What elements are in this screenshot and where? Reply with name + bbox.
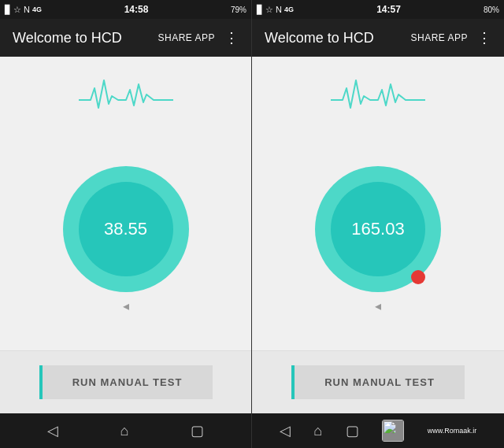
nfc-icon-1: N: [24, 5, 30, 14]
status-icons-left-1: ▊ ☆ N 4G: [5, 5, 42, 15]
recent-button-2[interactable]: ▢: [346, 422, 359, 439]
toolbar-2: Welcome to HCD SHARE APP ⋮: [252, 19, 504, 57]
more-menu-icon-1[interactable]: ⋮: [224, 29, 239, 46]
ecg-svg-2: [331, 72, 425, 116]
romaak-text: www.Romaak.ir: [428, 427, 477, 435]
content-2: 165.03 ◂ RUN MANUAL TEST: [252, 57, 504, 413]
battery-icon-2: 80%: [484, 6, 499, 14]
waveform-2: [252, 66, 504, 121]
waveform-1: [0, 66, 251, 121]
status-icons-right-2: 80%: [484, 6, 499, 14]
recent-button-1[interactable]: ▢: [191, 422, 204, 439]
share-app-button-1[interactable]: SHARE APP: [158, 32, 215, 43]
gauge-outer-1: 38.55: [63, 166, 189, 292]
scroll-down-icon-2: ◂: [375, 298, 381, 313]
gauge-outer-2: 165.03: [315, 166, 441, 292]
status-time-2: 14:57: [376, 4, 401, 15]
status-time-1: 14:58: [124, 4, 149, 15]
back-button-2[interactable]: ◁: [280, 422, 291, 439]
gauge-value-2: 165.03: [351, 219, 404, 239]
back-button-1[interactable]: ◁: [47, 422, 58, 439]
status-icons-left-2: ▊ ☆ N 4G: [257, 5, 294, 15]
run-manual-test-button-1[interactable]: RUN MANUAL TEST: [39, 365, 213, 399]
nfc-icon-2: N: [276, 5, 282, 14]
gauge-area-2: 165.03 ◂: [315, 129, 441, 350]
gauge-inner-1: 38.55: [79, 182, 173, 276]
signal-icon-1: ▊: [5, 5, 11, 15]
button-area-1: RUN MANUAL TEST: [0, 350, 251, 413]
toolbar-actions-1: SHARE APP ⋮: [158, 29, 239, 46]
gauge-area-1: 38.55 ◂: [63, 129, 189, 350]
nav-bar-2: ◁ ⌂ ▢ www.Romaak.ir: [252, 413, 504, 448]
wifi-icon-1: ☆: [13, 5, 21, 15]
run-manual-test-button-2[interactable]: RUN MANUAL TEST: [291, 365, 465, 399]
red-dot-indicator: [411, 270, 425, 284]
nav-bar-1: ◁ ⌂ ▢: [0, 413, 251, 448]
button-area-2: RUN MANUAL TEST: [252, 350, 504, 413]
signal-icon-2: ▊: [257, 5, 263, 15]
battery-icon-1: 79%: [231, 6, 246, 14]
toolbar-actions-2: SHARE APP ⋮: [410, 29, 491, 46]
wifi-icon-2: ☆: [265, 5, 273, 15]
status-bar-2: ▊ ☆ N 4G 14:57 80%: [252, 0, 504, 19]
ecg-svg-1: [79, 72, 173, 116]
status-icons-right-1: 79%: [231, 6, 246, 14]
content-1: 38.55 ◂ RUN MANUAL TEST: [0, 57, 251, 413]
status-bar-1: ▊ ☆ N 4G 14:58 79%: [0, 0, 251, 19]
gauge-value-1: 38.55: [104, 219, 147, 239]
romaak-logo: [382, 420, 404, 442]
lte-icon-1: 4G: [32, 6, 42, 13]
lte-icon-2: 4G: [284, 6, 294, 13]
home-button-1[interactable]: ⌂: [120, 423, 129, 439]
more-menu-icon-2[interactable]: ⋮: [477, 29, 491, 46]
home-button-2[interactable]: ⌂: [313, 423, 322, 439]
toolbar-1: Welcome to HCD SHARE APP ⋮: [0, 19, 251, 57]
toolbar-title-1: Welcome to HCD: [13, 30, 122, 46]
phone-2: ▊ ☆ N 4G 14:57 80% Welcome to HCD SHARE …: [252, 0, 504, 448]
toolbar-title-2: Welcome to HCD: [265, 30, 374, 46]
gauge-inner-2: 165.03: [331, 182, 425, 276]
phone-1: ▊ ☆ N 4G 14:58 79% Welcome to HCD SHARE …: [0, 0, 252, 448]
share-app-button-2[interactable]: SHARE APP: [410, 32, 468, 43]
scroll-down-icon-1: ◂: [123, 298, 129, 313]
